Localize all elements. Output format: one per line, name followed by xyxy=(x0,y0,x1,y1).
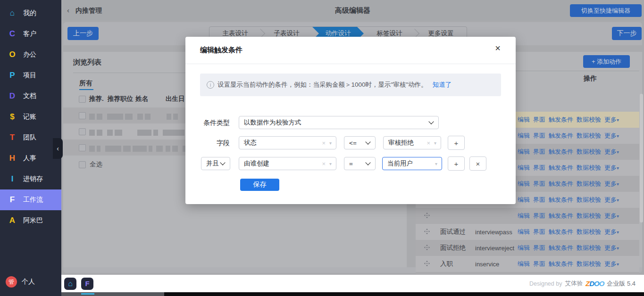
dock-workflow-button[interactable]: F xyxy=(81,278,93,290)
ui-link[interactable]: 界面 xyxy=(533,212,545,219)
value-select-2[interactable]: 当前用户 ▾ xyxy=(382,157,442,170)
sidebar-item-home[interactable]: ⌂我的 xyxy=(0,3,61,24)
drag-handle-icon[interactable] xyxy=(424,229,431,236)
clear-icon[interactable]: × xyxy=(322,160,326,167)
sidebar-item-customer[interactable]: C客户 xyxy=(0,24,61,44)
more-link[interactable]: 更多▾ xyxy=(604,260,619,267)
sidebar-item-amoeba[interactable]: A阿米巴 xyxy=(0,210,61,231)
data-validation-link[interactable]: 数据校验 xyxy=(577,148,601,155)
row-checkbox[interactable] xyxy=(79,128,86,135)
more-link[interactable]: 更多▾ xyxy=(604,116,619,123)
next-step-button[interactable]: 下一步 xyxy=(612,27,642,40)
conjunction-select[interactable]: 并且 xyxy=(201,157,230,170)
trigger-condition-link[interactable]: 触发条件 xyxy=(549,116,573,123)
more-link[interactable]: 更多▾ xyxy=(604,164,619,171)
more-link[interactable]: 更多▾ xyxy=(604,180,619,187)
value-select-1[interactable]: 审核拒绝 × ▾ xyxy=(383,136,441,149)
edit-link[interactable]: 编辑 xyxy=(518,148,530,155)
drag-handle-icon[interactable] xyxy=(424,213,431,220)
sidebar-item-hr[interactable]: H人事 xyxy=(0,148,61,169)
sidebar-item-personal[interactable]: 管 个人 xyxy=(0,271,61,292)
edit-link[interactable]: 编辑 xyxy=(518,196,530,203)
drag-handle-icon[interactable] xyxy=(424,261,431,268)
got-it-link[interactable]: 知道了 xyxy=(433,81,452,89)
edit-link[interactable]: 编辑 xyxy=(518,180,530,187)
operator-select-2[interactable]: = xyxy=(344,157,376,170)
edit-link[interactable]: 编辑 xyxy=(518,116,530,123)
add-action-button[interactable]: + 添加动作 xyxy=(583,55,630,68)
col-birthday[interactable]: 出生日 xyxy=(166,95,185,103)
edit-link[interactable]: 编辑 xyxy=(518,212,530,219)
ui-link[interactable]: 界面 xyxy=(533,116,545,123)
close-icon[interactable]: × xyxy=(492,42,503,54)
edit-link[interactable]: 编辑 xyxy=(518,228,530,235)
more-link[interactable]: 更多▾ xyxy=(604,132,619,139)
edit-link[interactable]: 编辑 xyxy=(518,164,530,171)
remove-condition-button[interactable]: × xyxy=(469,156,486,171)
ui-link[interactable]: 界面 xyxy=(533,244,545,251)
sidebar-collapse-handle[interactable]: ‹ xyxy=(53,138,63,159)
select-all-checkbox[interactable] xyxy=(79,161,86,168)
ui-link[interactable]: 界面 xyxy=(533,196,545,203)
row-checkbox[interactable] xyxy=(79,144,86,151)
condition-type-select[interactable]: 以数据作为校验方式 xyxy=(239,116,439,129)
header-checkbox[interactable] xyxy=(79,96,86,103)
more-link[interactable]: 更多▾ xyxy=(604,244,619,251)
trigger-condition-link[interactable]: 触发条件 xyxy=(549,260,573,267)
col-recommender[interactable]: 推荐. xyxy=(89,95,104,103)
sidebar-item-inventory[interactable]: I进销存 xyxy=(0,169,61,189)
edit-link[interactable]: 编辑 xyxy=(518,132,530,139)
sidebar-item-accounting[interactable]: $记账 xyxy=(0,107,61,127)
more-link[interactable]: 更多▾ xyxy=(604,148,619,155)
ui-link[interactable]: 界面 xyxy=(533,164,545,171)
ui-link[interactable]: 界面 xyxy=(533,260,545,267)
data-validation-link[interactable]: 数据校验 xyxy=(577,228,601,235)
sidebar-item-project[interactable]: P项目 xyxy=(0,65,61,86)
data-validation-link[interactable]: 数据校验 xyxy=(577,212,601,219)
ui-link[interactable]: 界面 xyxy=(533,180,545,187)
more-link[interactable]: 更多▾ xyxy=(604,196,619,203)
field-select-1[interactable]: 状态 × ▾ xyxy=(239,136,336,149)
data-validation-link[interactable]: 数据校验 xyxy=(577,196,601,203)
sidebar-item-team[interactable]: T团队 xyxy=(0,127,61,148)
row-checkbox[interactable] xyxy=(79,112,86,119)
user-avatar[interactable]: 管 xyxy=(6,276,17,288)
edit-link[interactable]: 编辑 xyxy=(518,260,530,267)
scrollbar-thumb[interactable] xyxy=(640,94,643,222)
col-position[interactable]: 推荐职位 xyxy=(108,95,133,103)
data-validation-link[interactable]: 数据校验 xyxy=(577,132,601,139)
trigger-condition-link[interactable]: 触发条件 xyxy=(549,228,573,235)
ui-link[interactable]: 界面 xyxy=(533,228,545,235)
data-validation-link[interactable]: 数据校验 xyxy=(577,244,601,251)
clear-icon[interactable]: × xyxy=(427,140,430,147)
clear-icon[interactable]: × xyxy=(322,140,326,147)
data-validation-link[interactable]: 数据校验 xyxy=(577,260,601,267)
data-validation-link[interactable]: 数据校验 xyxy=(577,180,601,187)
ui-link[interactable]: 界面 xyxy=(533,132,545,139)
operator-select-1[interactable]: <= xyxy=(344,136,376,149)
trigger-condition-link[interactable]: 触发条件 xyxy=(549,164,573,171)
data-validation-link[interactable]: 数据校验 xyxy=(577,164,601,171)
trigger-condition-link[interactable]: 触发条件 xyxy=(549,196,573,203)
trigger-condition-link[interactable]: 触发条件 xyxy=(549,132,573,139)
data-validation-link[interactable]: 数据校验 xyxy=(577,116,601,123)
ui-link[interactable]: 界面 xyxy=(533,148,545,155)
trigger-condition-link[interactable]: 触发条件 xyxy=(549,148,573,155)
dock-home-button[interactable]: ⌂ xyxy=(64,278,76,290)
sidebar-item-office[interactable]: O办公 xyxy=(0,44,61,65)
switch-editor-button[interactable]: 切换至快捷编辑器 xyxy=(570,4,642,17)
col-name[interactable]: 姓名 xyxy=(135,95,148,103)
prev-step-button[interactable]: 上一步 xyxy=(67,27,99,40)
trigger-condition-link[interactable]: 触发条件 xyxy=(549,212,573,219)
more-link[interactable]: 更多▾ xyxy=(604,228,619,235)
edit-link[interactable]: 编辑 xyxy=(518,244,530,251)
drag-handle-icon[interactable] xyxy=(424,245,431,252)
field-select-2[interactable]: 由谁创建 × ▾ xyxy=(239,157,336,170)
add-condition-button-2[interactable]: + xyxy=(448,156,465,171)
trigger-condition-link[interactable]: 触发条件 xyxy=(549,180,573,187)
sidebar-item-doc[interactable]: D文档 xyxy=(0,86,61,107)
add-condition-button[interactable]: + xyxy=(448,136,465,150)
sidebar-item-workflow[interactable]: F工作流 xyxy=(0,189,61,210)
more-link[interactable]: 更多▾ xyxy=(604,212,619,219)
trigger-condition-link[interactable]: 触发条件 xyxy=(549,244,573,251)
